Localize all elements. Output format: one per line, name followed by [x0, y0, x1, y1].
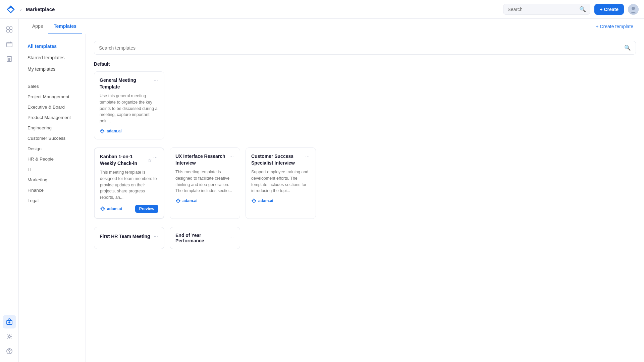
card-end-of-year[interactable]: End of Year Performance ···: [170, 227, 240, 249]
card-author: adam.ai: [100, 128, 122, 134]
sidebar-item-grid[interactable]: [3, 23, 16, 36]
create-button[interactable]: + Create: [594, 4, 624, 15]
card-author: adam.ai: [175, 198, 198, 203]
breadcrumb-chevron: ›: [20, 7, 22, 12]
card-author-name: adam.ai: [182, 198, 198, 203]
card-title: Kanban 1-on-1 Weekly Check-in: [100, 154, 146, 167]
svg-point-16: [8, 336, 10, 338]
sidebar-item-settings[interactable]: [3, 330, 16, 343]
category-list: Sales Project Management Executive & Boa…: [24, 81, 80, 206]
global-search-input[interactable]: [507, 7, 577, 12]
card-menu-button[interactable]: ···: [153, 233, 159, 240]
sidebar-item-calendar[interactable]: [3, 38, 16, 51]
category-finance[interactable]: Finance: [24, 185, 80, 195]
card-menu-button[interactable]: ···: [229, 153, 234, 161]
filter-all-templates[interactable]: All templates: [24, 41, 80, 52]
card-header: End of Year Performance ···: [175, 233, 234, 243]
topbar: › Marketplace 🔍 + Create: [0, 0, 644, 19]
templates-search-icon: 🔍: [624, 45, 631, 51]
svg-rect-4: [7, 30, 9, 32]
sidebar: [0, 19, 19, 362]
create-template-button[interactable]: + Create template: [593, 22, 636, 31]
card-author-name: adam.ai: [107, 129, 122, 133]
category-legal[interactable]: Legal: [24, 195, 80, 206]
card-header: Customer Success Specialist Interview ··…: [251, 153, 310, 166]
svg-rect-3: [10, 27, 12, 29]
card-author-name: adam.ai: [107, 206, 122, 211]
default-cards-grid: General Meeting Template ··· Use this ge…: [94, 71, 636, 139]
card-header: UX Interface Research Interview ···: [175, 153, 234, 166]
category-product-management[interactable]: Product Management: [24, 112, 80, 123]
card-author: adam.ai: [251, 198, 273, 203]
card-kanban-1on1[interactable]: Kanban 1-on-1 Weekly Check-in ☆ ··· This…: [94, 147, 164, 219]
card-general-meeting[interactable]: General Meeting Template ··· Use this ge…: [94, 71, 164, 139]
card-menu-button[interactable]: ···: [153, 154, 158, 161]
svg-point-18: [9, 353, 10, 353]
sidebar-item-help[interactable]: [3, 345, 16, 358]
category-marketing[interactable]: Marketing: [24, 175, 80, 185]
section-title-default: Default: [94, 61, 636, 67]
card-desc: This meeting template is designed to fac…: [175, 169, 234, 194]
global-search[interactable]: 🔍: [503, 4, 590, 15]
category-engineering[interactable]: Engineering: [24, 123, 80, 133]
category-design[interactable]: Design: [24, 143, 80, 154]
card-footer: adam.ai: [251, 198, 310, 203]
left-panel: All templates Starred templates My templ…: [19, 34, 86, 362]
card-header: General Meeting Template ···: [100, 77, 159, 90]
card-menu-button[interactable]: ···: [153, 77, 159, 84]
card-header: First HR Team Meeting ···: [100, 233, 159, 240]
card-title: First HR Team Meeting: [100, 234, 150, 239]
sidebar-item-marketplace[interactable]: [3, 315, 16, 328]
card-header: Kanban 1-on-1 Weekly Check-in ☆ ···: [100, 154, 158, 167]
svg-rect-6: [7, 42, 12, 47]
card-footer: adam.ai: [175, 198, 234, 203]
tabs-bar: Apps Templates + Create template: [19, 19, 644, 34]
card-title: End of Year Performance: [175, 233, 229, 243]
filter-my-templates[interactable]: My templates: [24, 64, 80, 74]
featured-cards-grid: Kanban 1-on-1 Weekly Check-in ☆ ··· This…: [94, 147, 636, 219]
card-title: Customer Success Specialist Interview: [251, 153, 305, 166]
breadcrumb-title: Marketplace: [26, 6, 499, 12]
app-logo[interactable]: [5, 4, 16, 15]
templates-search-bar[interactable]: 🔍: [94, 41, 636, 55]
category-project-management[interactable]: Project Management: [24, 92, 80, 102]
card-desc: This meeting template is designed for te…: [100, 169, 158, 201]
tab-templates[interactable]: Templates: [48, 19, 82, 34]
category-customer-success[interactable]: Customer Success: [24, 133, 80, 143]
card-desc: Use this general meeting template to org…: [100, 93, 159, 124]
right-content: 🔍 Default General Meeting Template ··· U…: [86, 34, 644, 362]
svg-point-15: [9, 322, 10, 323]
preview-button[interactable]: Preview: [135, 205, 158, 213]
card-title: UX Interface Research Interview: [175, 153, 229, 166]
card-title: General Meeting Template: [100, 77, 153, 90]
filter-starred-templates[interactable]: Starred templates: [24, 52, 80, 63]
svg-rect-5: [10, 30, 12, 32]
card-menu-button[interactable]: ···: [305, 153, 310, 161]
tabs: Apps Templates: [27, 19, 82, 34]
card-desc: Support employee training and developmen…: [251, 169, 310, 194]
category-it[interactable]: IT: [24, 164, 80, 175]
category-hr-people[interactable]: HR & People: [24, 154, 80, 164]
main-content: Apps Templates + Create template All tem…: [19, 19, 644, 362]
category-sales[interactable]: Sales: [24, 81, 80, 92]
card-customer-success[interactable]: Customer Success Specialist Interview ··…: [246, 147, 316, 219]
card-footer: adam.ai Preview: [100, 205, 158, 213]
bottom-cards-row: First HR Team Meeting ··· End of Year Pe…: [94, 227, 636, 249]
templates-search-input[interactable]: [99, 45, 622, 51]
tab-apps[interactable]: Apps: [27, 19, 48, 34]
category-executive-board[interactable]: Executive & Board: [24, 102, 80, 112]
avatar[interactable]: [628, 4, 639, 15]
svg-rect-2: [7, 27, 9, 29]
svg-point-1: [632, 7, 635, 10]
star-icon[interactable]: ☆: [148, 158, 152, 163]
filter-group: All templates Starred templates My templ…: [24, 41, 80, 74]
card-title-row: Kanban 1-on-1 Weekly Check-in ☆: [100, 154, 153, 167]
card-menu-button[interactable]: ···: [229, 234, 234, 242]
card-first-hr-meeting[interactable]: First HR Team Meeting ···: [94, 227, 164, 249]
sidebar-item-tasks[interactable]: [3, 52, 16, 66]
inner-layout: All templates Starred templates My templ…: [19, 34, 644, 362]
search-icon: 🔍: [579, 6, 586, 12]
card-author: adam.ai: [100, 206, 122, 212]
card-ux-interview[interactable]: UX Interface Research Interview ··· This…: [170, 147, 240, 219]
card-footer: adam.ai: [100, 128, 159, 134]
